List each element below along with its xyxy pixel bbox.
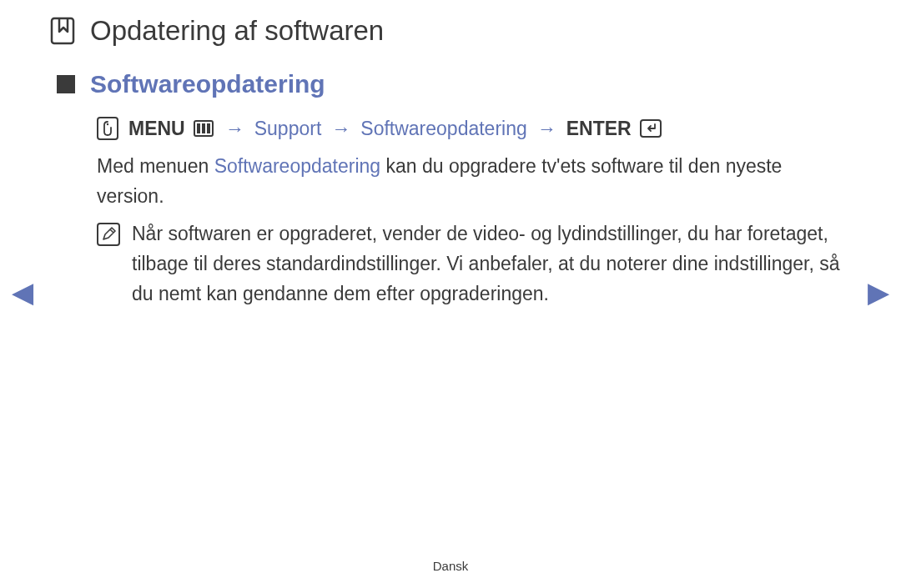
- note-text: Når softwaren er opgraderet, vender de v…: [132, 219, 851, 309]
- breadcrumb-softwareopdatering: Softwareopdatering: [360, 118, 526, 140]
- body-text-prefix: Med menuen: [97, 155, 214, 177]
- section-title-row: Softwareopdatering: [57, 70, 851, 98]
- arrow-icon: →: [331, 118, 350, 140]
- menu-grid-icon: [194, 120, 214, 137]
- page-title-row: Opdatering af softwaren: [50, 15, 851, 47]
- menu-label: MENU: [128, 118, 185, 140]
- breadcrumb-support: Support: [254, 118, 322, 140]
- note-pencil-icon: [97, 223, 120, 246]
- next-page-button[interactable]: ▶: [868, 275, 889, 309]
- body-paragraph: Med menuen Softwareopdatering kan du opg…: [97, 152, 851, 211]
- prev-page-button[interactable]: ◀: [12, 275, 33, 309]
- note-row: Når softwaren er opgraderet, vender de v…: [97, 219, 851, 309]
- footer-language: Dansk: [0, 559, 901, 573]
- breadcrumb: MENU → Support → Softwareopdatering → EN…: [97, 117, 851, 140]
- svg-rect-0: [52, 18, 73, 43]
- bookmark-icon: [50, 17, 75, 45]
- enter-label: ENTER: [566, 118, 632, 140]
- remote-icon: [97, 117, 118, 140]
- body-text-highlight: Softwareopdatering: [214, 155, 380, 177]
- square-bullet-icon: [57, 75, 75, 93]
- svg-point-1: [107, 123, 108, 125]
- arrow-icon: →: [225, 118, 244, 140]
- enter-icon: [640, 119, 662, 138]
- section-title: Softwareopdatering: [90, 70, 325, 98]
- page-title: Opdatering af softwaren: [90, 15, 384, 47]
- arrow-icon: →: [537, 118, 556, 140]
